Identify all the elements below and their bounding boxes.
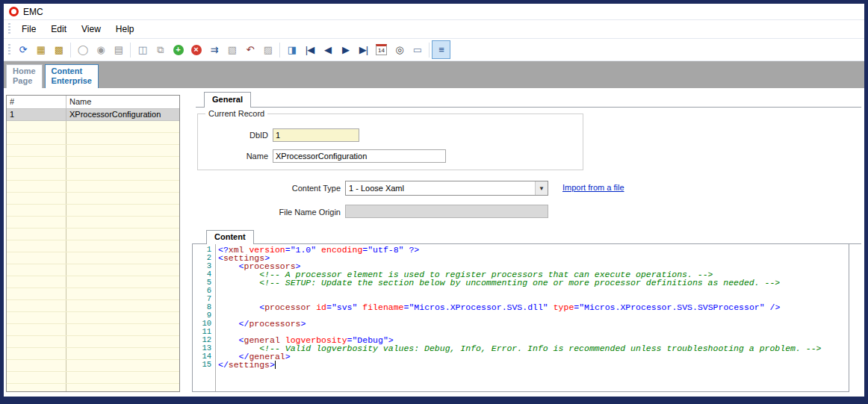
empty-cell — [7, 157, 66, 168]
add-record-button[interactable]: + — [170, 41, 187, 58]
empty-cell — [66, 276, 179, 288]
line-number: 7 — [193, 295, 215, 303]
delete-record-button[interactable]: × — [187, 41, 205, 58]
distribute-button[interactable]: ⇉ — [205, 41, 223, 58]
empty-row — [7, 181, 179, 193]
toolbar: ⟳▦▩◯◉▤◫⧉+×⇉▧↶▨◨|◀◀▶▶|14◎▭≡ — [4, 39, 864, 61]
file-name-origin-input — [345, 205, 548, 218]
toolbar-grip-handle[interactable] — [8, 44, 10, 56]
form-view-button[interactable]: ▭ — [409, 41, 426, 58]
empty-row — [7, 193, 179, 205]
empty-cell — [66, 300, 179, 311]
empty-cell — [66, 324, 179, 335]
copy-record-button[interactable]: ◨ — [283, 41, 300, 58]
empty-cell — [7, 264, 66, 276]
text-caret — [275, 361, 276, 369]
title-bar[interactable]: EMC — [4, 4, 864, 20]
first-record-button[interactable]: |◀ — [301, 41, 318, 58]
edit-record-icon: ▩ — [55, 45, 63, 55]
toolbar-items: ⟳▦▩◯◉▤◫⧉+×⇉▧↶▨◨|◀◀▶▶|14◎▭≡ — [14, 41, 450, 58]
editor-code[interactable]: <?xml version="1.0" encoding="utf-8" ?><… — [216, 243, 849, 391]
empty-cell — [66, 145, 179, 156]
tab-general[interactable]: General — [204, 92, 251, 108]
tab-content-enterprise[interactable]: ContentEnterprise — [45, 64, 99, 88]
empty-cell — [66, 372, 179, 383]
dbid-label: DbID — [204, 131, 268, 140]
content-type-value: 1 - Loose Xaml — [349, 184, 404, 193]
empty-cell — [66, 121, 179, 132]
emc-window: EMC FileEditViewHelp ⟳▦▩◯◉▤◫⧉+×⇉▧↶▨◨|◀◀▶… — [0, 0, 868, 404]
find-button[interactable]: ◎ — [391, 41, 408, 58]
tab-content[interactable]: Content — [206, 230, 254, 244]
empty-row — [7, 276, 179, 288]
menu-item-view[interactable]: View — [74, 22, 108, 37]
menu-item-file[interactable]: File — [14, 22, 43, 37]
code-line: <!-- SETUP: Update the section below by … — [218, 279, 849, 287]
print-button[interactable]: ▤ — [110, 41, 127, 58]
empty-row — [7, 384, 179, 392]
line-number: 15 — [193, 361, 215, 369]
empty-cell — [66, 133, 179, 144]
code-line — [218, 311, 849, 320]
chevron-down-icon: ▼ — [535, 181, 548, 195]
line-number: 6 — [193, 287, 215, 295]
name-input[interactable] — [273, 149, 446, 163]
line-number: 3 — [193, 262, 215, 270]
line-number: 4 — [193, 270, 215, 279]
current-record-group: Current Record DbID Name — [197, 114, 583, 170]
previous-record-button[interactable]: ◀ — [319, 41, 336, 58]
toolbar-separator — [130, 43, 131, 58]
content-type-select[interactable]: 1 - Loose Xaml ▼ — [345, 181, 548, 196]
calendar-button[interactable]: 14 — [373, 41, 390, 58]
empty-cell — [7, 276, 66, 288]
paste-button[interactable]: ▨ — [259, 41, 276, 58]
empty-row — [7, 169, 179, 181]
menu-item-edit[interactable]: Edit — [43, 22, 74, 37]
empty-cell — [7, 288, 66, 299]
table-view-button[interactable]: ≡ — [433, 41, 450, 58]
empty-cell — [7, 205, 66, 216]
refresh-button[interactable]: ⟳ — [14, 41, 31, 58]
menu-grip-handle[interactable] — [8, 23, 10, 35]
empty-cell — [66, 193, 179, 204]
next-record-icon: ▶ — [342, 45, 349, 55]
delete-record-icon: × — [191, 45, 202, 55]
code-line: </settings> — [218, 361, 849, 369]
empty-cell — [66, 264, 179, 276]
empty-cell — [7, 372, 66, 383]
copy-icon: ▧ — [228, 45, 236, 55]
xml-editor[interactable]: 123456789101112131415 <?xml version="1.0… — [192, 243, 849, 392]
save-icon: ◫ — [138, 45, 146, 55]
dbid-input[interactable] — [273, 128, 359, 142]
insert-record-button[interactable]: ▦ — [32, 41, 49, 58]
copy-button[interactable]: ▧ — [223, 41, 241, 58]
empty-cell — [7, 300, 66, 311]
calendar-icon: 14 — [376, 44, 387, 55]
empty-row — [7, 312, 179, 324]
next-record-button[interactable]: ▶ — [337, 41, 354, 58]
save-all-button[interactable]: ⧉ — [152, 41, 169, 58]
tab-home-page[interactable]: HomePage — [6, 64, 43, 88]
empty-cell — [66, 181, 179, 192]
empty-cell — [66, 348, 179, 359]
menu-item-help[interactable]: Help — [108, 22, 142, 37]
view-record-button[interactable]: ◯ — [74, 41, 91, 58]
record-grid[interactable]: #Name 1XProcessorConfiguration — [6, 95, 180, 392]
empty-row — [7, 133, 179, 145]
table-view-icon: ≡ — [438, 45, 444, 55]
empty-row — [7, 217, 179, 229]
empty-cell — [7, 145, 66, 156]
undo-icon: ↶ — [247, 45, 254, 55]
record-row[interactable]: 1XProcessorConfiguration — [7, 109, 179, 121]
import-from-file-link[interactable]: Import from a file — [562, 183, 624, 192]
last-record-button[interactable]: ▶| — [355, 41, 372, 58]
edit-record-button[interactable]: ▩ — [50, 41, 67, 58]
empty-row — [7, 121, 179, 133]
empty-row — [7, 157, 179, 169]
toolbar-separator — [429, 43, 430, 58]
undo-button[interactable]: ↶ — [241, 41, 258, 58]
copy-record-icon: ◨ — [288, 45, 296, 55]
save-button[interactable]: ◫ — [134, 41, 151, 58]
view-all-button[interactable]: ◉ — [92, 41, 109, 58]
code-line: <?xml version="1.0" encoding="utf-8" ?> — [218, 246, 849, 254]
